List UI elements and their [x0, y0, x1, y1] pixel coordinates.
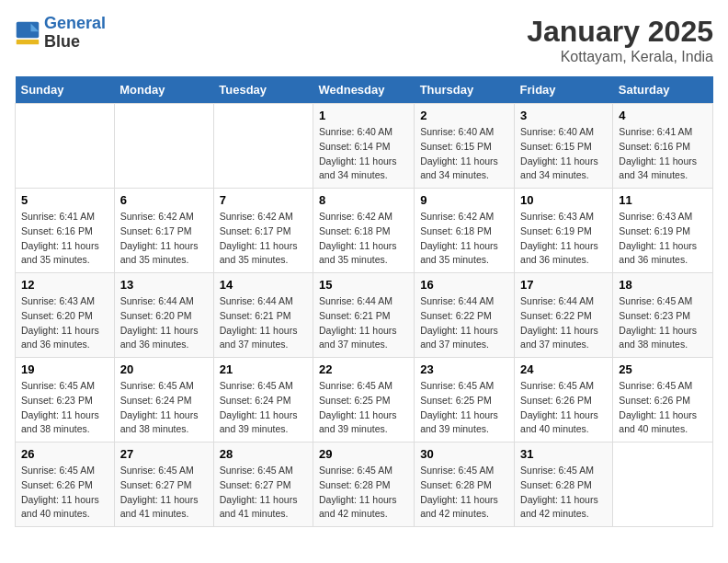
- day-number: 20: [120, 362, 208, 376]
- logo-line1: General: [44, 14, 106, 32]
- day-info: Sunrise: 6:45 AM Sunset: 6:26 PM Dayligh…: [21, 464, 108, 522]
- calendar-cell: 26Sunrise: 6:45 AM Sunset: 6:26 PM Dayli…: [16, 442, 115, 527]
- calendar-cell: 17Sunrise: 6:44 AM Sunset: 6:22 PM Dayli…: [515, 273, 613, 358]
- calendar-cell: 10Sunrise: 6:43 AM Sunset: 6:19 PM Dayli…: [515, 189, 613, 273]
- day-number: 22: [319, 362, 408, 376]
- day-info: Sunrise: 6:40 AM Sunset: 6:15 PM Dayligh…: [520, 125, 607, 183]
- day-number: 9: [420, 193, 508, 207]
- calendar-week-1: 1Sunrise: 6:40 AM Sunset: 6:14 PM Daylig…: [16, 104, 713, 189]
- day-number: 25: [619, 362, 707, 376]
- day-info: Sunrise: 6:43 AM Sunset: 6:19 PM Dayligh…: [619, 210, 707, 268]
- logo-icon: [15, 20, 40, 46]
- day-number: 14: [220, 278, 307, 292]
- day-info: Sunrise: 6:45 AM Sunset: 6:24 PM Dayligh…: [120, 379, 208, 437]
- subtitle: Kottayam, Kerala, India: [527, 49, 713, 65]
- day-info: Sunrise: 6:45 AM Sunset: 6:25 PM Dayligh…: [319, 379, 408, 437]
- calendar-cell: 4Sunrise: 6:41 AM Sunset: 6:16 PM Daylig…: [613, 104, 713, 189]
- calendar-cell: 22Sunrise: 6:45 AM Sunset: 6:25 PM Dayli…: [313, 358, 414, 442]
- day-info: Sunrise: 6:45 AM Sunset: 6:23 PM Dayligh…: [619, 294, 707, 352]
- calendar-week-4: 19Sunrise: 6:45 AM Sunset: 6:23 PM Dayli…: [16, 358, 713, 442]
- day-number: 1: [319, 109, 408, 122]
- day-number: 23: [420, 362, 508, 376]
- day-number: 21: [220, 362, 307, 376]
- header-cell-tuesday: Tuesday: [213, 76, 313, 104]
- calendar-table: SundayMondayTuesdayWednesdayThursdayFrid…: [15, 76, 713, 527]
- title-block: January 2025 Kottayam, Kerala, India: [527, 15, 713, 65]
- day-info: Sunrise: 6:40 AM Sunset: 6:14 PM Dayligh…: [319, 125, 408, 183]
- header-cell-wednesday: Wednesday: [313, 76, 414, 104]
- day-info: Sunrise: 6:44 AM Sunset: 6:21 PM Dayligh…: [220, 294, 307, 352]
- day-number: 3: [520, 109, 607, 122]
- day-number: 10: [520, 193, 607, 207]
- svg-rect-2: [17, 40, 40, 44]
- day-number: 28: [220, 447, 307, 461]
- calendar-cell: 6Sunrise: 6:42 AM Sunset: 6:17 PM Daylig…: [114, 189, 213, 273]
- header-cell-sunday: Sunday: [16, 76, 115, 104]
- day-info: Sunrise: 6:43 AM Sunset: 6:19 PM Dayligh…: [520, 210, 607, 268]
- day-info: Sunrise: 6:44 AM Sunset: 6:20 PM Dayligh…: [120, 294, 208, 352]
- calendar-cell: 20Sunrise: 6:45 AM Sunset: 6:24 PM Dayli…: [114, 358, 213, 442]
- calendar-week-3: 12Sunrise: 6:43 AM Sunset: 6:20 PM Dayli…: [16, 273, 713, 358]
- day-info: Sunrise: 6:45 AM Sunset: 6:23 PM Dayligh…: [21, 379, 108, 437]
- day-info: Sunrise: 6:43 AM Sunset: 6:20 PM Dayligh…: [21, 294, 108, 352]
- calendar-cell: 5Sunrise: 6:41 AM Sunset: 6:16 PM Daylig…: [16, 189, 115, 273]
- calendar-cell: 23Sunrise: 6:45 AM Sunset: 6:25 PM Dayli…: [415, 358, 515, 442]
- calendar-cell: 9Sunrise: 6:42 AM Sunset: 6:18 PM Daylig…: [415, 189, 515, 273]
- day-info: Sunrise: 6:45 AM Sunset: 6:26 PM Dayligh…: [619, 379, 707, 437]
- day-info: Sunrise: 6:42 AM Sunset: 6:18 PM Dayligh…: [319, 210, 408, 268]
- calendar-cell: 2Sunrise: 6:40 AM Sunset: 6:15 PM Daylig…: [415, 104, 515, 189]
- day-number: 8: [319, 193, 408, 207]
- day-info: Sunrise: 6:45 AM Sunset: 6:27 PM Dayligh…: [220, 464, 307, 522]
- calendar-cell: 7Sunrise: 6:42 AM Sunset: 6:17 PM Daylig…: [213, 189, 313, 273]
- calendar-cell: [613, 442, 713, 527]
- day-number: 12: [21, 278, 108, 292]
- day-number: 26: [21, 447, 108, 461]
- calendar-week-2: 5Sunrise: 6:41 AM Sunset: 6:16 PM Daylig…: [16, 189, 713, 273]
- day-info: Sunrise: 6:41 AM Sunset: 6:16 PM Dayligh…: [21, 210, 108, 268]
- day-info: Sunrise: 6:42 AM Sunset: 6:17 PM Dayligh…: [220, 210, 307, 268]
- calendar-week-5: 26Sunrise: 6:45 AM Sunset: 6:26 PM Dayli…: [16, 442, 713, 527]
- calendar-cell: [114, 104, 213, 189]
- header-cell-saturday: Saturday: [613, 76, 713, 104]
- day-info: Sunrise: 6:42 AM Sunset: 6:18 PM Dayligh…: [420, 210, 508, 268]
- calendar-cell: 1Sunrise: 6:40 AM Sunset: 6:14 PM Daylig…: [313, 104, 414, 189]
- day-info: Sunrise: 6:45 AM Sunset: 6:28 PM Dayligh…: [420, 464, 508, 522]
- day-info: Sunrise: 6:44 AM Sunset: 6:22 PM Dayligh…: [520, 294, 607, 352]
- day-number: 16: [420, 278, 508, 292]
- day-number: 29: [319, 447, 408, 461]
- calendar-cell: 25Sunrise: 6:45 AM Sunset: 6:26 PM Dayli…: [613, 358, 713, 442]
- calendar-cell: 24Sunrise: 6:45 AM Sunset: 6:26 PM Dayli…: [515, 358, 613, 442]
- logo-line2: Blue: [44, 32, 80, 51]
- day-info: Sunrise: 6:42 AM Sunset: 6:17 PM Dayligh…: [120, 210, 208, 268]
- calendar-cell: [213, 104, 313, 189]
- calendar-cell: 13Sunrise: 6:44 AM Sunset: 6:20 PM Dayli…: [114, 273, 213, 358]
- calendar-body: 1Sunrise: 6:40 AM Sunset: 6:14 PM Daylig…: [16, 104, 713, 527]
- calendar-cell: 3Sunrise: 6:40 AM Sunset: 6:15 PM Daylig…: [515, 104, 613, 189]
- day-number: 30: [420, 447, 508, 461]
- calendar-cell: 11Sunrise: 6:43 AM Sunset: 6:19 PM Dayli…: [613, 189, 713, 273]
- day-info: Sunrise: 6:45 AM Sunset: 6:24 PM Dayligh…: [220, 379, 307, 437]
- day-info: Sunrise: 6:45 AM Sunset: 6:28 PM Dayligh…: [319, 464, 408, 522]
- day-number: 11: [619, 193, 707, 207]
- logo-text: General Blue: [44, 15, 106, 52]
- day-number: 4: [619, 109, 707, 122]
- calendar-cell: 21Sunrise: 6:45 AM Sunset: 6:24 PM Dayli…: [213, 358, 313, 442]
- calendar-cell: [16, 104, 115, 189]
- logo: General Blue: [15, 15, 106, 52]
- day-number: 7: [220, 193, 307, 207]
- day-number: 2: [420, 109, 508, 122]
- day-info: Sunrise: 6:44 AM Sunset: 6:22 PM Dayligh…: [420, 294, 508, 352]
- calendar-cell: 31Sunrise: 6:45 AM Sunset: 6:28 PM Dayli…: [515, 442, 613, 527]
- main-title: January 2025: [527, 15, 713, 49]
- day-info: Sunrise: 6:45 AM Sunset: 6:27 PM Dayligh…: [120, 464, 208, 522]
- calendar-cell: 29Sunrise: 6:45 AM Sunset: 6:28 PM Dayli…: [313, 442, 414, 527]
- calendar-cell: 14Sunrise: 6:44 AM Sunset: 6:21 PM Dayli…: [213, 273, 313, 358]
- day-number: 6: [120, 193, 208, 207]
- day-number: 19: [21, 362, 108, 376]
- header-cell-monday: Monday: [114, 76, 213, 104]
- calendar-cell: 18Sunrise: 6:45 AM Sunset: 6:23 PM Dayli…: [613, 273, 713, 358]
- day-number: 27: [120, 447, 208, 461]
- day-info: Sunrise: 6:45 AM Sunset: 6:26 PM Dayligh…: [520, 379, 607, 437]
- day-number: 15: [319, 278, 408, 292]
- day-number: 5: [21, 193, 108, 207]
